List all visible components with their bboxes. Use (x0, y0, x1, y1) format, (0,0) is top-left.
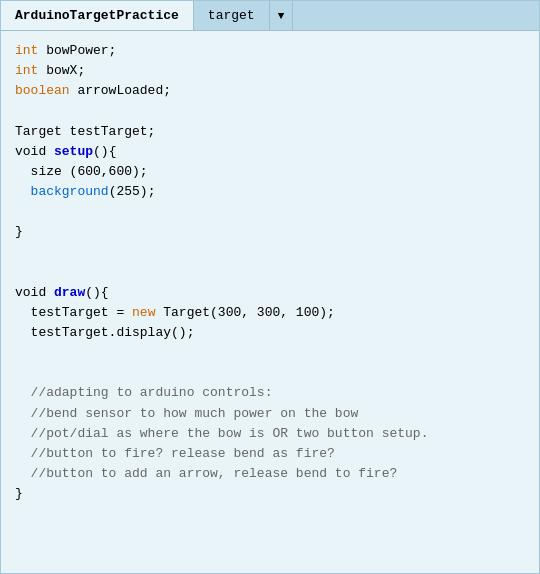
code-line: //button to fire? release bend as fire? (15, 444, 525, 464)
code-token: draw (54, 285, 85, 300)
tab-inactive-label: target (208, 8, 255, 23)
code-token: bowPower; (38, 43, 116, 58)
code-token: int (15, 43, 38, 58)
code-token: //button to fire? release bend as fire? (15, 446, 335, 461)
code-line: } (15, 484, 525, 504)
tab-arduino-target-practice[interactable]: ArduinoTargetPractice (1, 1, 194, 30)
code-line (15, 242, 525, 262)
code-token: background (31, 184, 109, 199)
tab-active-label: ArduinoTargetPractice (15, 8, 179, 23)
code-token: setup (54, 144, 93, 159)
code-editor[interactable]: int bowPower;int bowX;boolean arrowLoade… (1, 31, 539, 573)
code-line: } (15, 222, 525, 242)
code-token: //bend sensor to how much power on the b… (15, 406, 358, 421)
code-line: size (600,600); (15, 162, 525, 182)
code-token: } (15, 224, 23, 239)
code-line: background(255); (15, 182, 525, 202)
code-token: arrowLoaded; (70, 83, 171, 98)
code-line: //adapting to arduino controls: (15, 383, 525, 403)
code-token: int (15, 63, 38, 78)
code-line: Target testTarget; (15, 122, 525, 142)
code-line: testTarget = new Target(300, 300, 100); (15, 303, 525, 323)
code-token: Target testTarget; (15, 124, 155, 139)
code-token: } (15, 486, 23, 501)
code-line: int bowPower; (15, 41, 525, 61)
code-token: void (15, 285, 54, 300)
code-token: Target(300, 300, 100); (155, 305, 334, 320)
code-line: void draw(){ (15, 283, 525, 303)
code-token: (){ (93, 144, 116, 159)
code-line (15, 363, 525, 383)
code-token: (){ (85, 285, 108, 300)
code-line: //bend sensor to how much power on the b… (15, 404, 525, 424)
code-line: testTarget.display(); (15, 323, 525, 343)
code-line (15, 263, 525, 283)
code-token: //adapting to arduino controls: (15, 385, 272, 400)
code-token: //pot/dial as where the bow is OR two bu… (15, 426, 428, 441)
code-token: (255); (109, 184, 156, 199)
tab-dropdown-button[interactable]: ▼ (270, 1, 294, 30)
dropdown-arrow-icon: ▼ (278, 10, 285, 22)
code-token: bowX; (38, 63, 85, 78)
code-line: //pot/dial as where the bow is OR two bu… (15, 424, 525, 444)
code-line: //button to add an arrow, release bend t… (15, 464, 525, 484)
tab-target[interactable]: target (194, 1, 270, 30)
code-token: void (15, 144, 54, 159)
code-token: //button to add an arrow, release bend t… (15, 466, 397, 481)
code-token: size (600,600); (15, 164, 148, 179)
code-token: testTarget = (15, 305, 132, 320)
code-line: int bowX; (15, 61, 525, 81)
code-token: new (132, 305, 155, 320)
main-window: ArduinoTargetPractice target ▼ int bowPo… (0, 0, 540, 574)
code-line (15, 101, 525, 121)
tab-bar: ArduinoTargetPractice target ▼ (1, 1, 539, 31)
code-line: boolean arrowLoaded; (15, 81, 525, 101)
code-line: void setup(){ (15, 142, 525, 162)
code-line (15, 202, 525, 222)
code-line (15, 343, 525, 363)
code-token: testTarget.display(); (15, 325, 194, 340)
code-token: boolean (15, 83, 70, 98)
code-token (15, 184, 31, 199)
